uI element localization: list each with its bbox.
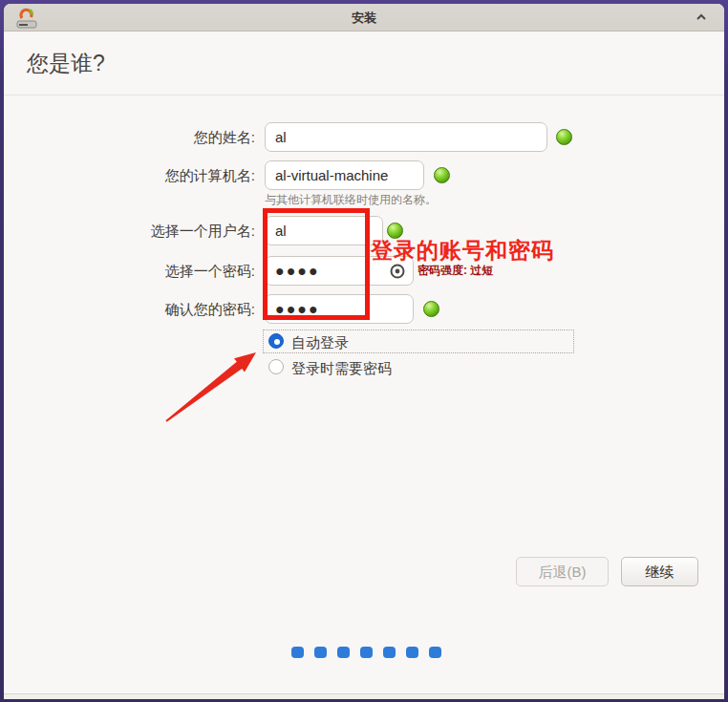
computer-status-ok-icon	[434, 167, 450, 183]
require-password-label[interactable]: 登录时需要密码	[291, 360, 392, 378]
footer-strip	[4, 694, 724, 699]
window-title: 安装	[4, 10, 724, 27]
computer-hint: 与其他计算机联络时使用的名称。	[265, 192, 437, 208]
header-divider	[4, 95, 724, 96]
progress-dot	[337, 647, 350, 658]
name-status-ok-icon	[556, 129, 572, 145]
progress-dot	[429, 647, 441, 658]
name-label: 您的姓名:	[26, 122, 255, 152]
continue-button[interactable]: 继续	[621, 557, 698, 586]
progress-dot	[360, 647, 373, 658]
back-button[interactable]: 后退(B)	[516, 557, 609, 586]
progress-dot	[291, 647, 304, 658]
confirm-status-ok-icon	[423, 301, 439, 317]
reveal-password-eye-icon[interactable]	[389, 263, 406, 280]
username-label: 选择一个用户名:	[26, 216, 255, 245]
confirm-input[interactable]	[265, 294, 414, 324]
progress-dot	[383, 647, 396, 658]
titlebar[interactable]: 安装	[4, 4, 724, 32]
chevron-up-icon[interactable]	[696, 12, 707, 22]
progress-dots	[291, 647, 441, 658]
progress-dot	[314, 647, 327, 658]
computer-input[interactable]	[265, 160, 424, 190]
progress-dot	[406, 647, 418, 658]
confirm-label: 确认您的密码:	[26, 294, 255, 324]
annotation-red-arrow	[153, 339, 277, 430]
desktop-background: 安装 您是谁? 您的姓名: 您的计算机名: 与其他计算机联络时使用的名称。 选择…	[0, 0, 728, 702]
auto-login-label[interactable]: 自动登录	[291, 334, 349, 352]
require-password-radio[interactable]	[268, 359, 284, 374]
password-strength-text: 密码强度: 过短	[418, 263, 493, 279]
name-input[interactable]	[265, 122, 547, 152]
username-status-ok-icon	[387, 223, 403, 239]
page-title: 您是谁?	[27, 49, 105, 78]
installer-window: 安装 您是谁? 您的姓名: 您的计算机名: 与其他计算机联络时使用的名称。 选择…	[4, 4, 724, 699]
auto-login-radio[interactable]	[268, 333, 284, 349]
computer-label: 您的计算机名:	[26, 160, 255, 190]
password-label: 选择一个密码:	[26, 256, 255, 286]
username-input[interactable]	[265, 216, 383, 245]
